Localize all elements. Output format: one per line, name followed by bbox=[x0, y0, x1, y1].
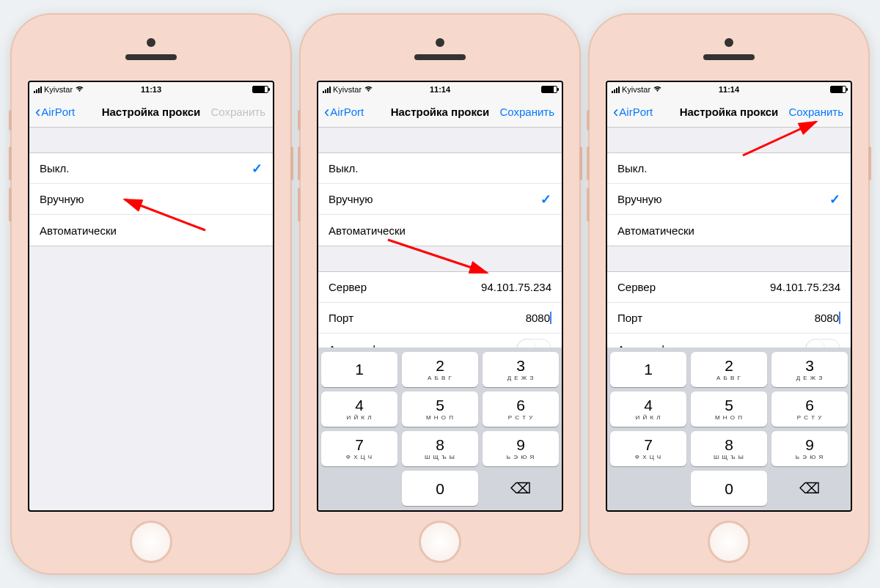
key-9[interactable]: 9Ь Э Ю Я bbox=[483, 431, 559, 466]
option-label: Выкл. bbox=[40, 162, 69, 174]
key-5[interactable]: 5М Н О П bbox=[691, 392, 767, 427]
wifi-icon bbox=[653, 85, 662, 94]
back-label: AirPort bbox=[41, 106, 75, 118]
signal-icon bbox=[612, 86, 620, 93]
status-bar: Kyivstar 11:13 bbox=[29, 82, 273, 97]
server-label: Сервер bbox=[617, 281, 656, 293]
port-label: Порт bbox=[617, 312, 642, 324]
key-7[interactable]: 7Ф Х Ц Ч bbox=[610, 431, 686, 466]
auth-row[interactable]: Аутентификация bbox=[318, 334, 562, 348]
chevron-left-icon: ‹ bbox=[35, 104, 40, 120]
back-button[interactable]: ‹ AirPort bbox=[35, 104, 75, 120]
port-value: 8080 bbox=[815, 312, 840, 324]
auth-row[interactable]: Аутентификация bbox=[607, 334, 851, 348]
status-time: 11:14 bbox=[430, 85, 450, 94]
phone-1: Kyivstar 11:13 ‹ AirPort Настройка прокс… bbox=[12, 15, 290, 573]
signal-icon bbox=[34, 86, 42, 93]
option-manual[interactable]: Вручную bbox=[29, 184, 273, 215]
key-8[interactable]: 8Ш Щ Ъ Ы bbox=[402, 431, 478, 466]
back-label: AirPort bbox=[619, 106, 653, 118]
option-label: Вручную bbox=[40, 193, 84, 205]
status-bar: Kyivstar 11:14 bbox=[607, 82, 851, 97]
page-title: Настройка прокси bbox=[102, 106, 201, 118]
battery-icon bbox=[541, 86, 557, 93]
screen-3: Kyivstar 11:14 ‹ AirPort Настройка прокс… bbox=[606, 81, 852, 512]
option-label: Автоматически bbox=[329, 224, 406, 237]
back-button[interactable]: ‹ AirPort bbox=[324, 104, 364, 120]
option-manual[interactable]: Вручную ✓ bbox=[318, 184, 562, 215]
key-delete[interactable]: ⌫ bbox=[483, 471, 559, 506]
numeric-keypad: 1 2А Б В Г 3Д Е Ж З 4И Й К Л 5М Н О П 6Р… bbox=[318, 348, 562, 510]
server-label: Сервер bbox=[329, 281, 367, 293]
carrier-label: Kyivstar bbox=[333, 85, 362, 94]
key-8[interactable]: 8Ш Щ Ъ Ы bbox=[691, 431, 767, 466]
server-row[interactable]: Сервер 94.101.75.234 bbox=[318, 272, 562, 303]
home-button[interactable] bbox=[130, 521, 172, 563]
key-2[interactable]: 2А Б В Г bbox=[402, 352, 478, 387]
back-button[interactable]: ‹ AirPort bbox=[613, 104, 653, 120]
wifi-icon bbox=[75, 85, 84, 94]
option-label: Выкл. bbox=[617, 162, 647, 174]
port-value: 8080 bbox=[526, 312, 551, 324]
option-auto[interactable]: Автоматически bbox=[607, 215, 851, 246]
chevron-left-icon: ‹ bbox=[613, 104, 618, 120]
option-off[interactable]: Выкл. bbox=[607, 153, 851, 184]
key-blank bbox=[610, 471, 686, 506]
save-button[interactable]: Сохранить bbox=[788, 106, 843, 118]
option-label: Автоматически bbox=[40, 224, 117, 237]
save-button[interactable]: Сохранить bbox=[499, 106, 554, 118]
chevron-left-icon: ‹ bbox=[324, 104, 329, 120]
key-6[interactable]: 6Р С Т У bbox=[771, 392, 848, 427]
option-label: Выкл. bbox=[329, 162, 358, 174]
key-4[interactable]: 4И Й К Л bbox=[321, 392, 397, 427]
signal-icon bbox=[323, 86, 331, 93]
wifi-icon bbox=[364, 85, 373, 94]
key-blank bbox=[321, 471, 397, 506]
auth-toggle[interactable] bbox=[805, 339, 840, 348]
key-1[interactable]: 1 bbox=[610, 352, 686, 387]
checkmark-icon: ✓ bbox=[540, 191, 551, 207]
phone-3: Kyivstar 11:14 ‹ AirPort Настройка прокс… bbox=[590, 15, 868, 573]
key-9[interactable]: 9Ь Э Ю Я bbox=[771, 431, 848, 466]
numeric-keypad: 1 2А Б В Г 3Д Е Ж З 4И Й К Л 5М Н О П 6Р… bbox=[607, 348, 851, 510]
option-off[interactable]: Выкл. ✓ bbox=[29, 153, 273, 184]
key-3[interactable]: 3Д Е Ж З bbox=[483, 352, 559, 387]
checkmark-icon: ✓ bbox=[829, 191, 840, 207]
option-off[interactable]: Выкл. bbox=[318, 153, 562, 184]
key-3[interactable]: 3Д Е Ж З bbox=[771, 352, 848, 387]
key-5[interactable]: 5М Н О П bbox=[402, 392, 478, 427]
key-6[interactable]: 6Р С Т У bbox=[483, 392, 559, 427]
key-4[interactable]: 4И Й К Л bbox=[610, 392, 686, 427]
screen-1: Kyivstar 11:13 ‹ AirPort Настройка прокс… bbox=[28, 81, 274, 512]
key-7[interactable]: 7Ф Х Ц Ч bbox=[321, 431, 397, 466]
key-0[interactable]: 0 bbox=[691, 471, 767, 506]
phone-2: Kyivstar 11:14 ‹ AirPort Настройка прокс… bbox=[301, 15, 579, 573]
auth-toggle[interactable] bbox=[516, 339, 551, 348]
backspace-icon: ⌫ bbox=[799, 479, 820, 497]
server-value: 94.101.75.234 bbox=[770, 281, 840, 293]
home-button[interactable] bbox=[708, 521, 750, 563]
option-label: Автоматически bbox=[617, 224, 694, 237]
option-manual[interactable]: Вручную ✓ bbox=[607, 184, 851, 215]
server-value: 94.101.75.234 bbox=[481, 281, 551, 293]
battery-icon bbox=[252, 86, 268, 93]
back-label: AirPort bbox=[330, 106, 364, 118]
port-row[interactable]: Порт 8080 bbox=[318, 303, 562, 334]
key-2[interactable]: 2А Б В Г bbox=[691, 352, 767, 387]
option-label: Вручную bbox=[329, 193, 373, 205]
option-auto[interactable]: Автоматически bbox=[318, 215, 562, 246]
port-label: Порт bbox=[329, 312, 353, 324]
navigation-bar: ‹ AirPort Настройка прокси Сохранить bbox=[29, 97, 273, 128]
key-1[interactable]: 1 bbox=[321, 352, 397, 387]
navigation-bar: ‹ AirPort Настройка прокси Сохранить bbox=[607, 97, 851, 128]
home-button[interactable] bbox=[419, 521, 461, 563]
backspace-icon: ⌫ bbox=[510, 479, 531, 497]
status-time: 11:13 bbox=[141, 85, 161, 94]
key-delete[interactable]: ⌫ bbox=[771, 471, 848, 506]
server-row[interactable]: Сервер 94.101.75.234 bbox=[607, 272, 851, 303]
navigation-bar: ‹ AirPort Настройка прокси Сохранить bbox=[318, 97, 562, 128]
port-row[interactable]: Порт 8080 bbox=[607, 303, 851, 334]
checkmark-icon: ✓ bbox=[252, 161, 263, 177]
key-0[interactable]: 0 bbox=[402, 471, 478, 506]
option-auto[interactable]: Автоматически bbox=[29, 215, 273, 246]
